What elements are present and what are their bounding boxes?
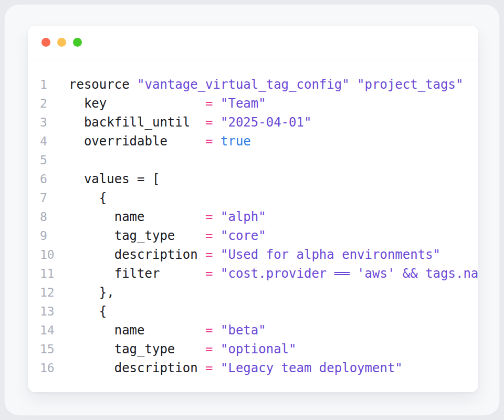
code-line: 9 tag_type = "core" (28, 226, 478, 245)
line-number: 16 (28, 359, 69, 377)
code-token-plain: tag_type (69, 228, 205, 243)
code-line: 2 key = "Team" (28, 94, 478, 113)
line-number: 14 (28, 321, 69, 340)
code-token-plain: name (69, 323, 205, 338)
code-token-plain: description (69, 247, 205, 262)
code-line-content: filter = "cost.provider ══ 'aws' && tags… (69, 264, 478, 283)
code-line: 8 name = "alph" (28, 207, 478, 226)
code-line-content: }, (69, 283, 114, 302)
code-token-plain (213, 209, 220, 224)
code-token-plain: { (69, 191, 107, 205)
code-line-content: tag_type = "optional" (69, 340, 297, 359)
code-line-content: description = "Legacy team deployment" (69, 359, 403, 377)
line-number: 3 (28, 113, 69, 132)
code-token-op: = (205, 96, 213, 111)
code-token-plain: { (69, 304, 107, 319)
code-line-content: resource "vantage_virtual_tag_config" "p… (69, 75, 463, 94)
code-line-content: backfill_until = "2025-04-01" (69, 113, 311, 132)
code-line-content: values = [ (69, 170, 160, 188)
code-token-string: "Team" (220, 96, 266, 111)
code-line-content: overridable = true (69, 132, 251, 151)
code-line-content: description = "Used for alpha environmen… (69, 245, 440, 264)
code-token-op: = (205, 228, 213, 243)
code-line: 6 values = [ (28, 170, 478, 188)
code-line: 11 filter = "cost.provider ══ 'aws' && t… (28, 264, 478, 283)
line-number: 9 (28, 226, 69, 245)
code-token-op: = (205, 266, 213, 281)
code-token-op: = (205, 209, 213, 224)
code-line-content: { (69, 188, 107, 207)
code-line: 7 { (28, 188, 478, 207)
code-token-op: = (205, 323, 213, 338)
code-token-op: = (205, 115, 213, 130)
code-token-plain: }, (69, 285, 114, 300)
line-number: 8 (28, 207, 69, 226)
code-token-op: = (205, 342, 213, 356)
code-token-string: "alph" (220, 209, 266, 224)
code-line: 4 overridable = true (28, 132, 478, 151)
code-token-op: = (205, 247, 213, 262)
minimize-button[interactable] (57, 38, 66, 47)
code-editor: 1resource "vantage_virtual_tag_config" "… (28, 59, 478, 377)
code-line: 16 description = "Legacy team deployment… (28, 359, 478, 377)
window-titlebar (28, 26, 478, 59)
line-number: 12 (28, 283, 69, 302)
code-token-plain: description (69, 361, 205, 375)
line-number: 4 (28, 132, 69, 151)
code-line: 10 description = "Used for alpha environ… (28, 245, 478, 264)
code-token-string: "Used for alpha environments" (220, 247, 440, 262)
line-number: 10 (28, 245, 69, 264)
line-number: 15 (28, 340, 69, 359)
app-background-frame: 1resource "vantage_virtual_tag_config" "… (4, 4, 500, 416)
code-token-plain: overridable (69, 134, 205, 149)
code-token-plain (213, 361, 220, 375)
code-token-plain: backfill_until (69, 115, 205, 130)
line-number: 11 (28, 264, 69, 283)
code-line-content: key = "Team" (69, 94, 266, 113)
code-token-bool: true (220, 134, 251, 149)
code-token-plain: values = [ (69, 172, 160, 186)
code-token-plain (213, 228, 220, 243)
code-token-plain (350, 77, 357, 92)
zoom-button[interactable] (73, 38, 82, 47)
code-token-string: "project_tags" (357, 77, 463, 92)
code-token-plain: resource (69, 77, 137, 92)
code-token-string: "core" (220, 228, 266, 243)
code-token-string: "vantage_virtual_tag_config" (137, 77, 350, 92)
line-number: 6 (28, 170, 69, 188)
code-line: 3 backfill_until = "2025-04-01" (28, 113, 478, 132)
code-token-plain (213, 247, 220, 262)
code-token-string: "beta" (220, 323, 266, 338)
line-number: 5 (28, 151, 69, 170)
code-line: 14 name = "beta" (28, 321, 478, 340)
code-line: 5 (28, 151, 478, 170)
code-line-content: name = "alph" (69, 207, 266, 226)
code-token-plain (213, 342, 220, 356)
line-number: 2 (28, 94, 69, 113)
code-line: 1resource "vantage_virtual_tag_config" "… (28, 75, 478, 94)
code-token-plain (213, 266, 220, 281)
code-line: 13 { (28, 302, 478, 321)
code-token-plain: tag_type (69, 342, 205, 356)
code-token-op: = (205, 361, 213, 375)
code-token-plain (213, 96, 220, 111)
code-token-string: "optional" (220, 342, 297, 356)
line-number: 7 (28, 188, 69, 207)
line-number: 1 (28, 75, 69, 94)
code-token-plain (213, 134, 220, 149)
code-line-content: tag_type = "core" (69, 226, 266, 245)
close-button[interactable] (41, 38, 50, 47)
code-line-content: { (69, 302, 107, 321)
code-token-plain (213, 323, 220, 338)
code-token-plain (213, 115, 220, 130)
code-token-string: "2025-04-01" (220, 115, 311, 130)
code-line: 12 }, (28, 283, 478, 302)
code-token-string: "cost.provider ══ 'aws' && tags.nam (220, 266, 478, 281)
code-line-content: name = "beta" (69, 321, 266, 340)
code-line: 15 tag_type = "optional" (28, 340, 478, 359)
code-token-string: "Legacy team deployment" (220, 361, 403, 375)
code-token-op: = (205, 134, 213, 149)
code-window: 1resource "vantage_virtual_tag_config" "… (28, 26, 478, 392)
line-number: 13 (28, 302, 69, 321)
code-token-plain: filter (69, 266, 205, 281)
